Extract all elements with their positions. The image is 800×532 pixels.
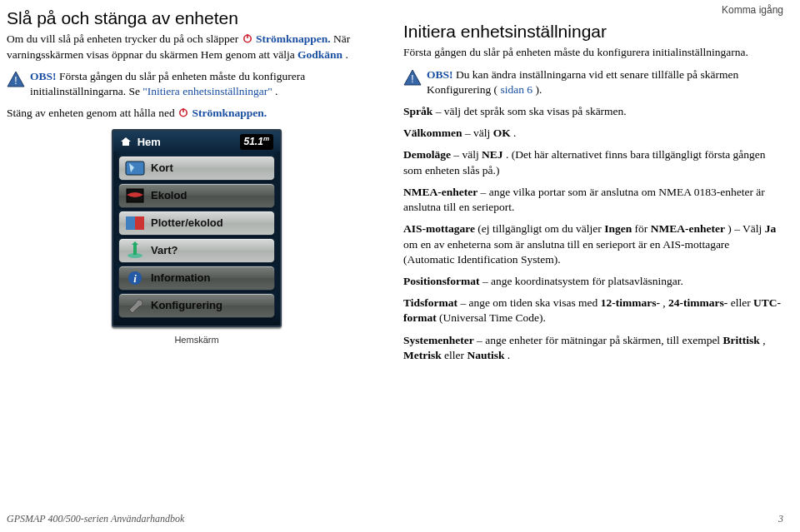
right-column: Initiera enhetsinställningar Första gång…: [403, 7, 783, 370]
term-accept: Godkänn: [298, 48, 342, 61]
text: om en av enheterna som är anslutna till …: [403, 238, 729, 266]
term-demolage: Demoläge: [403, 148, 451, 161]
term-power-button: Strömknappen.: [192, 107, 267, 119]
page-content: Slå på och stänga av enheten Om du vill …: [0, 0, 800, 370]
link-page-6: sidan 6: [500, 83, 532, 96]
term-nej: NEJ: [482, 148, 503, 161]
power-icon: [178, 107, 188, 117]
device-screen: Hem 51.1m Kort Ekolod: [112, 129, 282, 326]
menu-item-plotter[interactable]: Plotter/ekolod: [118, 211, 275, 236]
row-nmea: NMEA-enheter – ange vilka portar som är …: [403, 185, 783, 215]
menu-label: Kort: [151, 161, 173, 176]
link-initiera: "Initiera enhetsinställningar": [142, 85, 272, 97]
term-power-button: Strömknappen.: [256, 32, 331, 45]
text: .: [345, 48, 348, 61]
text: – ange enheter för mätningar på skärmen,…: [477, 334, 722, 346]
map-icon: [124, 159, 146, 177]
term-ok: OK: [493, 127, 511, 139]
term-ingen: Ingen: [604, 222, 632, 235]
where-icon: [124, 241, 146, 260]
obs-label: OBS!: [30, 70, 57, 82]
row-demolage: Demoläge – välj NEJ . (Det här alternati…: [403, 147, 783, 177]
text: .: [508, 349, 510, 361]
text: Stäng av enheten genom att hålla ned: [7, 107, 178, 119]
menu-label: Vart?: [151, 243, 178, 258]
text: ) – Välj: [728, 222, 764, 235]
obs-label: OBS!: [427, 68, 453, 81]
row-systemenheter: Systemenheter – ange enheter för mätning…: [403, 333, 783, 363]
row-sprak: Språk – välj det språk som ska visas på …: [403, 104, 783, 119]
svg-text:!: !: [14, 75, 17, 87]
left-column: Slå på och stänga av enheten Om du vill …: [7, 7, 387, 370]
svg-rect-9: [126, 216, 135, 230]
term-ais: AIS-mottagare: [403, 222, 475, 235]
menu-item-kort[interactable]: Kort: [118, 156, 275, 181]
text: (ej tillgängligt om du väljer: [478, 222, 604, 235]
term-systemenheter: Systemenheter: [403, 334, 474, 346]
text: – ange om tiden ska visas med: [460, 296, 600, 309]
svg-rect-12: [133, 245, 137, 255]
svg-text:!: !: [411, 73, 413, 85]
term-metrisk: Metrisk: [403, 349, 442, 361]
text: ).: [535, 83, 542, 96]
row-ais: AIS-mottagare (ej tillgängligt om du väl…: [403, 221, 783, 267]
text: för: [635, 222, 651, 235]
device-titlebar: Hem 51.1m: [113, 131, 280, 151]
text: Om du vill slå på enheten trycker du på …: [7, 32, 242, 45]
home-icon: [120, 136, 132, 146]
note-obs-right: ! OBS! Du kan ändra inställningarna vid …: [403, 67, 783, 97]
menu-item-konfigurering[interactable]: Konfigurering: [118, 293, 275, 318]
section-label: Komma igång: [722, 3, 783, 17]
text: – välj: [453, 148, 482, 161]
text: eller: [444, 349, 467, 361]
text: (Universal Time Code).: [439, 311, 546, 324]
row-tidsformat: Tidsformat – ange om tiden ska visas med…: [403, 296, 783, 326]
svg-rect-10: [135, 216, 144, 230]
menu-label: Konfigurering: [151, 298, 222, 313]
svg-marker-13: [132, 241, 138, 245]
term-nmea-enheter: NMEA-enheter: [651, 222, 725, 235]
term-tidsformat: Tidsformat: [403, 296, 458, 309]
text: .: [275, 85, 278, 97]
term-24h: 24-timmars-: [668, 296, 728, 309]
menu-item-vart[interactable]: Vart?: [118, 238, 275, 263]
device-depth-badge: 51.1m: [240, 134, 273, 149]
term-nautisk: Nautisk: [467, 349, 504, 361]
svg-text:i: i: [133, 272, 137, 285]
menu-label: Plotter/ekolod: [151, 216, 223, 231]
device-menu: Kort Ekolod Plotter/ekolod Vart?: [113, 152, 280, 326]
term-positionsformat: Positionsformat: [403, 275, 480, 287]
text: .: [513, 127, 516, 139]
term-brittisk: Brittisk: [723, 334, 760, 346]
menu-label: Information: [151, 271, 211, 286]
term-sprak: Språk: [403, 105, 432, 117]
device-wrapper: Hem 51.1m Kort Ekolod: [112, 129, 282, 346]
device-depth-value: 51.1: [244, 136, 263, 147]
note-obs-left: ! OBS! Första gången du slår på enheten …: [7, 69, 387, 99]
text: Du kan ändra inställningarna vid ett sen…: [427, 68, 738, 96]
warning-icon: !: [403, 68, 422, 87]
menu-item-information[interactable]: i Information: [118, 266, 275, 291]
note-text: OBS! Första gången du slår på enheten må…: [30, 69, 387, 99]
power-icon: [242, 33, 252, 43]
svg-rect-7: [126, 162, 144, 175]
footer-left: GPSMAP 400/500-serien Användarhandbok: [7, 512, 184, 525]
page-footer: GPSMAP 400/500-serien Användarhandbok 3: [7, 512, 783, 525]
paragraph-power-off: Stäng av enheten genom att hålla ned Str…: [7, 106, 387, 121]
info-icon: i: [124, 269, 146, 287]
row-positionsformat: Positionsformat – ange koordinatsystem f…: [403, 274, 783, 289]
sonar-icon: [124, 186, 146, 205]
menu-item-ekolod[interactable]: Ekolod: [118, 183, 275, 208]
text: – ange koordinatsystem för platsavläsnin…: [482, 275, 683, 287]
footer-page-number: 3: [778, 512, 783, 525]
svg-marker-6: [121, 137, 131, 146]
row-valkommen: Välkommen – välj OK .: [403, 126, 783, 141]
text: ,: [762, 334, 765, 346]
plotter-icon: [124, 214, 146, 232]
heading-right: Initiera enhetsinställningar: [403, 20, 783, 43]
note-text: OBS! Du kan ändra inställningarna vid et…: [427, 67, 783, 97]
term-valkommen: Välkommen: [403, 127, 462, 139]
device-caption: Hemskärm: [112, 334, 282, 346]
term-ja: Ja: [765, 222, 777, 235]
paragraph-power-on: Om du vill slå på enheten trycker du på …: [7, 32, 387, 62]
